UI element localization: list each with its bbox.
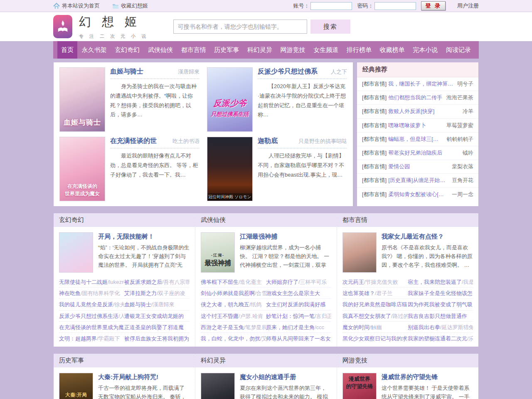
nav-item-kehuan[interactable]: 科幻灵异 (244, 41, 276, 59)
nav-item-ranking[interactable]: 排行榜单 (343, 41, 375, 59)
item-title-link[interactable]: 柔弱知青女配被读心[七零] (388, 191, 448, 198)
nav-item-finished[interactable]: 完本小说 (409, 41, 441, 59)
book-cover[interactable]: 在充满怪谈的 世界里成为魔女 (59, 137, 105, 201)
book-title-link[interactable]: 开局，无限技能树！ (98, 233, 190, 241)
book-cover[interactable]: 反派少爷 只想过佛系生活 (207, 67, 253, 132)
nav-item-lishi[interactable]: 历史军事 (210, 41, 243, 59)
cover-title-text: 漫威世界 (343, 375, 376, 383)
book-link[interactable]: 妙笔计划：惊鸿一笔/言归正 (266, 310, 331, 321)
nav-item-wangyou[interactable]: 网游竞技 (277, 41, 309, 59)
search-button[interactable]: 搜索 (310, 20, 350, 34)
item-title-link[interactable]: 蝙蝠崽，但是球三[综英美] (388, 135, 443, 143)
book-link[interactable]: 次元药王/节操充值失败 (342, 276, 408, 287)
nav-item-bookshelf[interactable]: 永久书架 (78, 41, 111, 59)
section-featured-book: 魔女小姐的速通手册 夏尔在来到这个蒸汽世界的第三年，获得了模拟过去和未来的能力。… (195, 367, 337, 399)
item-title-link[interactable]: 嘿咻嘿咻拔萝卜 (388, 122, 443, 129)
nav-item-nvsheng[interactable]: 女生频道 (310, 41, 342, 59)
book-cover[interactable] (201, 373, 235, 399)
book-title-link[interactable]: 在充满怪谈的世 (110, 137, 157, 145)
book-link[interactable]: 因为作死我被变成了弱气吸 (408, 299, 473, 310)
book-link[interactable]: 文明：超越两界/学霸殿下 (59, 333, 124, 344)
book-link[interactable]: 别逼我出右拳/延达罗斯猎兔 (408, 322, 473, 332)
item-title-link[interactable]: 他们都想当我的二传手 (388, 94, 443, 101)
book-cover[interactable]: 冠位时间神殿 ソロモン (207, 137, 253, 201)
book-flame-icon (57, 19, 69, 34)
password-input[interactable] (374, 2, 416, 10)
book-cover[interactable]: 漫威世界 的守望先锋 (342, 373, 377, 399)
book-link[interactable]: 大师姐弃疗了/三杯半可乐 (266, 276, 331, 287)
book-link[interactable]: 我家妹子全是生化怪物该怎 (408, 288, 473, 298)
item-title-link[interactable]: 救赎人外反派[快穿] (388, 108, 459, 115)
item-title-link[interactable]: 爱情公园 (388, 163, 448, 170)
book-title-link[interactable]: 江湖最强神捕 (240, 233, 331, 241)
account-input[interactable] (310, 2, 352, 10)
featured-book-4: 冠位时间神殿 ソロモン 迦勒底 只是野生的搞事咕哒 人理已经拯救完毕，与【剧情】… (207, 137, 347, 201)
search-input[interactable] (173, 20, 307, 34)
book-description: 千古一帝的祖龙即将身死，而载满了无数宝物的宝船从外海归来。 秦斩，字牧之，重生大… (98, 384, 190, 399)
book-cover[interactable] (59, 232, 93, 273)
book-title-link[interactable]: 我家女儿最近有点怪？ (382, 233, 473, 241)
login-button[interactable]: 登 录 (421, 1, 446, 10)
book-link[interactable]: 无限使徒与十二战姬/lukezrc (59, 276, 124, 287)
set-home-link[interactable]: 将本站设为首页 (53, 2, 100, 10)
book-author: 吃土的书语 (172, 138, 200, 145)
book-link[interactable]: 遭银龙王女变成幼龙姬的 (124, 310, 190, 321)
section-lishi: 历史军事 大秦:开局 献上狗符咒 大秦:开局献上狗符咒! 千古一帝的祖龙即将身死… (54, 354, 195, 399)
book-link[interactable]: 我吉良吉影只想做普通作 (408, 310, 473, 321)
book-link[interactable]: 在充满怪谈的世界里成为魔 (59, 322, 124, 332)
nav-item-home[interactable]: 首页 (57, 41, 77, 59)
book-link[interactable]: 神在吃鱼/固有结界科学化 (59, 288, 124, 298)
nav-item-collect-ranking[interactable]: 收藏榜单 (376, 41, 409, 59)
link-row: 西游之老子是玉兔/笔梦星辰 原来，她们才是主角/ccc (201, 322, 331, 333)
site-header: 幻 想 姬 专 注 二 次 元 小 说 搜索 (0, 12, 532, 41)
cover-title-text: 反派少爷 (207, 98, 252, 109)
book-cover[interactable]: 大秦:开局 献上狗符咒 (59, 373, 93, 399)
book-link[interactable]: 艾泽拉斯之力/双子座的凌 (124, 288, 190, 298)
book-link[interactable]: 剑仙小师弟就是我惹啊/合雪 (201, 288, 266, 298)
register-link[interactable]: 用户注册 (457, 2, 479, 10)
book-link[interactable]: 这也算英雄？/君子兰 (342, 288, 408, 298)
book-link[interactable]: 被俘后血族女王将我初拥为 (124, 333, 190, 344)
book-link[interactable]: 我家的壁橱连通着二次元/乐 (408, 333, 473, 344)
book-link[interactable]: 正道圣皇的我娶了邪道魔 (124, 322, 190, 332)
book-title-link[interactable]: 血姬与骑士 (110, 67, 143, 76)
nav-item-xuanhuan[interactable]: 玄幻奇幻 (111, 41, 143, 59)
book-link[interactable]: 反派少爷只想过佛系生活/人 (59, 310, 124, 321)
book-link[interactable]: 师尊从凡间带回来了一名女 (266, 333, 331, 344)
book-title-link[interactable]: 大秦:开局献上狗符咒! (98, 373, 190, 381)
book-link[interactable]: 我的徒儿竟然全是反派/徐夫 (59, 299, 124, 310)
book-link[interactable]: 我真不想交女朋友了/路过的 (342, 310, 408, 321)
book-link[interactable]: 佛爷棍下不留生/造化斋主 (201, 276, 266, 287)
book-title-link[interactable]: 迦勒底 (258, 137, 278, 145)
nav-item-dushi[interactable]: 都市言情 (177, 41, 210, 59)
book-link[interactable]: 原来，她们才是主角/ccc (266, 322, 331, 332)
item-title-link[interactable]: [历史直播]从缠足开始说起 (388, 177, 448, 184)
book-cover[interactable] (342, 232, 377, 273)
book-link[interactable]: 血姬与骑士/漢唐歸來 (124, 299, 190, 310)
book-link[interactable]: 宿主，我来陪您装逼了/我是 (408, 276, 473, 287)
book-cover[interactable]: 血姬与骑士 (59, 67, 105, 132)
item-title-link[interactable]: 帮老实好兄弟治隐疾后 (388, 149, 459, 157)
book-title-link[interactable]: 漫威世界的守望先锋 (382, 373, 473, 381)
book-link[interactable]: 侠之大者，朝九晚五/纸鸽 (201, 299, 266, 310)
cover-subtitle-text: 只想过佛系生活 (207, 111, 252, 118)
book-title-link[interactable]: 反派少爷只想过佛系 (258, 67, 318, 76)
book-link[interactable]: 魔女的时间/触幽 (342, 322, 408, 332)
book-link[interactable]: 这个纣王不昏庸/卢瑟.哈肯 (201, 310, 266, 321)
item-title-link[interactable]: 我，继国长子，绑定神算系统 (388, 80, 454, 88)
favorite-link[interactable]: 收藏幻想姬 (112, 2, 148, 10)
book-link[interactable]: 我，白蛇，化龙中，勿扰/艾 (201, 333, 266, 344)
nav-item-wuxia[interactable]: 武侠仙侠 (144, 41, 177, 59)
book-link[interactable]: 黑化少女观察日记与我的求 (342, 333, 408, 344)
list-item: [都市言情] 帮老实好兄弟治隐疾后 钺吟 (357, 146, 478, 160)
nav-item-history[interactable]: 阅读记录 (442, 41, 475, 59)
book-title-link[interactable]: 魔女小姐的速通手册 (240, 373, 331, 381)
link-row: 我，白蛇，化龙中，勿扰/艾 师尊从凡间带回来了一名女 (201, 333, 331, 344)
site-logo[interactable] (53, 15, 72, 38)
book-cover[interactable]: -江湖- 最强神捕 (201, 232, 235, 273)
book-link[interactable]: 游戏女主怎么是宗主大 (266, 288, 331, 298)
book-link[interactable]: 西游之老子是玉兔/笔梦星辰 (201, 322, 266, 332)
book-link[interactable]: 被反派求婚之后/吾有八宗罪 (124, 276, 190, 287)
book-link[interactable]: 我的好兄弟竟然是咖啡店猫 (342, 299, 408, 310)
book-link[interactable]: 女主们对反派的我满好感 (266, 299, 331, 310)
